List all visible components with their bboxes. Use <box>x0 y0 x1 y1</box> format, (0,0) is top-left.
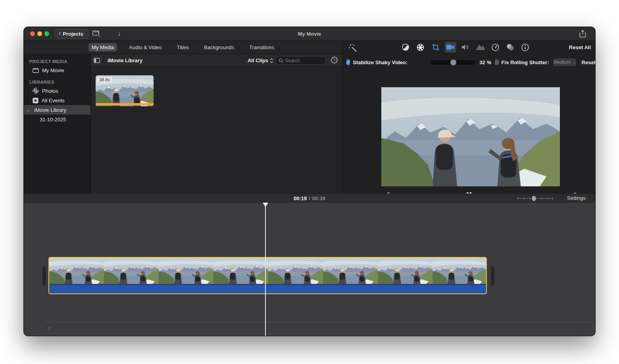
search-icon <box>279 58 283 63</box>
updown-chevron-icon <box>270 58 273 63</box>
crop-icon[interactable] <box>430 42 441 53</box>
trim-handle-right[interactable] <box>491 266 494 285</box>
sidebar-item-all-events[interactable]: All Events <box>24 96 90 105</box>
playhead-triangle-icon <box>263 203 268 207</box>
preview-video-frame <box>381 87 560 186</box>
libraries-header: LIBRARIES <box>24 75 90 86</box>
clip-duration-clock-icon[interactable] <box>330 56 338 64</box>
current-time: 00:19 <box>294 195 307 201</box>
rolling-shutter-select[interactable]: Medium ⌄ <box>554 58 576 66</box>
zoom-slider-thumb <box>532 196 536 201</box>
adjustments-toolbar: Reset All <box>342 41 595 56</box>
disclosure-chevron-icon[interactable]: ⌄ <box>25 107 31 113</box>
tab-backgrounds[interactable]: Backgrounds <box>201 43 237 52</box>
browser-header: iMovie Library All Clips <box>91 54 342 67</box>
stabilization-controls: ✓ Stabilize Shaky Video: 32 % Fix Rollin… <box>342 56 595 69</box>
clips-grid: 38.8s <box>91 67 342 193</box>
timeline-clip[interactable] <box>48 257 487 294</box>
enhance-wand-icon[interactable] <box>347 43 359 54</box>
info-icon[interactable] <box>519 42 531 53</box>
stabilize-amount: 32 <box>479 59 485 65</box>
stabilize-label: Stabilize Shaky Video: <box>353 59 408 65</box>
tab-audio-video[interactable]: Audio & Video <box>126 43 165 52</box>
favorite-range-bar <box>96 103 154 105</box>
clip-filter-icon[interactable] <box>505 42 516 53</box>
stabilization-icon[interactable] <box>445 42 456 53</box>
back-chevron-icon: ‹ <box>59 30 61 36</box>
project-media-header: PROJECT MEDIA <box>24 54 90 65</box>
library-clip-thumbnail[interactable]: 38.8s <box>96 75 154 106</box>
noise-equalizer-icon[interactable] <box>475 42 486 53</box>
volume-icon[interactable] <box>460 42 471 53</box>
trim-handle-left[interactable] <box>42 266 46 285</box>
sidebar-item-photos[interactable]: Photos <box>24 86 90 96</box>
clip-filmstrip <box>49 258 486 284</box>
reset-all-button[interactable]: Reset All <box>569 44 591 50</box>
clip-duration-badge: 38.8s <box>97 77 112 82</box>
tab-transitions[interactable]: Transitions <box>246 43 277 52</box>
window-title: My Movie <box>24 27 595 40</box>
color-balance-icon[interactable] <box>400 42 411 53</box>
stabilize-reset-button[interactable]: Reset <box>582 59 595 65</box>
photos-pinwheel-icon <box>33 88 39 94</box>
playhead[interactable] <box>265 203 266 336</box>
clip-audio-waveform <box>49 284 486 293</box>
browser-title: iMovie Library <box>108 54 142 67</box>
timecode-display: 00:19 / 00:38 <box>24 194 595 203</box>
search-field[interactable] <box>276 56 326 65</box>
rolling-shutter-label: Fix Rolling Shutter: <box>502 59 549 65</box>
media-tabs: My Media Audio & Video Titles Background… <box>24 41 342 54</box>
color-correction-icon[interactable] <box>415 42 427 53</box>
star-badge-icon <box>33 98 38 103</box>
sidebar-item-imovie-library[interactable]: ⌄ iMovie Library <box>24 105 90 115</box>
dropdown-chevron-icon: ⌄ <box>573 60 576 65</box>
clapperboard-icon <box>33 67 39 73</box>
percent-sign: % <box>487 59 492 65</box>
media-import-icon[interactable]: ♪ <box>92 29 102 38</box>
stabilize-checkbox[interactable]: ✓ <box>346 59 350 65</box>
imovie-window: My Movie ‹ Projects ♪ ↓ My Media Audio &… <box>24 27 595 336</box>
sidebar-toggle-icon[interactable] <box>93 56 104 65</box>
stabilize-slider-knob[interactable] <box>450 59 456 65</box>
timeline-settings-button[interactable]: Settings <box>567 195 586 201</box>
share-icon[interactable] <box>579 29 586 38</box>
rolling-shutter-checkbox[interactable] <box>495 59 498 65</box>
speed-icon[interactable] <box>490 42 501 53</box>
sidebar-item-my-movie[interactable]: My Movie <box>24 65 90 75</box>
stabilize-slider[interactable] <box>430 60 475 65</box>
all-clips-filter[interactable]: All Clips <box>248 54 273 67</box>
svg-text:♪: ♪ <box>99 34 101 38</box>
import-arrow-icon[interactable]: ↓ <box>117 29 121 38</box>
tab-titles[interactable]: Titles <box>173 43 192 52</box>
viewer-preview <box>381 87 560 186</box>
media-browser: iMovie Library All Clips <box>90 54 342 193</box>
timeline-toolbar: 00:19 / 00:38 Settings <box>24 193 595 203</box>
timeline-zoom-slider[interactable] <box>517 195 554 201</box>
titlebar: My Movie ‹ Projects ♪ ↓ <box>24 27 595 40</box>
music-note-icon: ♫ <box>47 324 51 331</box>
timeline: ♫ <box>24 203 595 336</box>
sidebar: PROJECT MEDIA My Movie LIBRARIES Photos <box>24 54 90 193</box>
back-to-projects-button[interactable]: ‹ Projects <box>55 29 88 38</box>
background-music-well[interactable]: ♫ <box>42 322 594 333</box>
tab-my-media[interactable]: My Media <box>88 43 117 52</box>
search-input[interactable] <box>285 58 321 63</box>
inspector-panel: Reset All ✓ Stabilize Shaky Video: 32 % … <box>342 41 595 193</box>
sidebar-item-event-date[interactable]: 31-10-2025 <box>24 115 90 124</box>
total-time: 00:38 <box>312 195 325 201</box>
